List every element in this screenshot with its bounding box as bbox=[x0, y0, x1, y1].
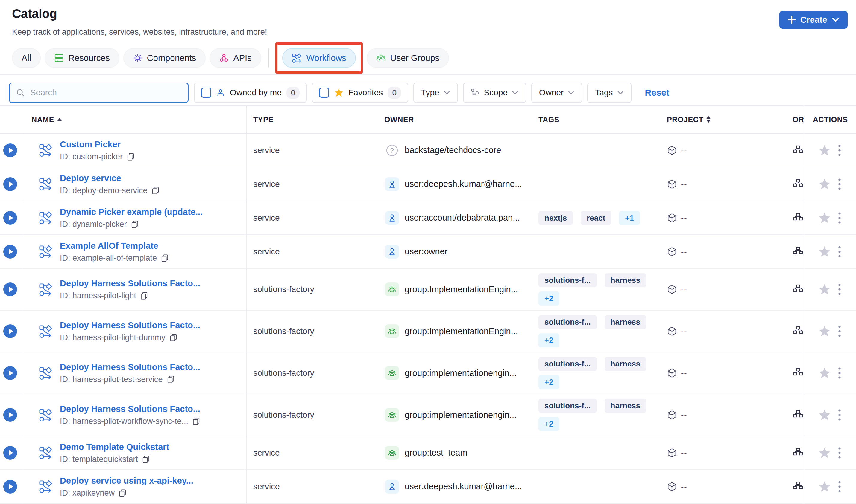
workflow-name-link[interactable]: Deploy service bbox=[60, 173, 159, 183]
tag-pill: solutions-f... bbox=[538, 357, 597, 371]
run-workflow-button[interactable] bbox=[3, 366, 17, 380]
copy-icon[interactable] bbox=[142, 455, 150, 463]
workflow-tags: solutions-f...harness+2 bbox=[538, 399, 655, 431]
workflow-name-link[interactable]: Deploy service using x-api-key... bbox=[60, 475, 193, 485]
owned-by-me-checkbox[interactable] bbox=[201, 88, 211, 98]
workflow-name-link[interactable]: Demo Template Quickstart bbox=[60, 442, 169, 452]
scope-dropdown[interactable]: Scope bbox=[463, 83, 526, 103]
more-tags-pill[interactable]: +2 bbox=[538, 333, 560, 347]
copy-icon[interactable] bbox=[119, 489, 126, 497]
column-header-name[interactable]: NAME bbox=[31, 115, 62, 124]
row-menu-kebab-icon[interactable] bbox=[837, 366, 842, 380]
org-hierarchy-icon[interactable] bbox=[793, 247, 803, 257]
row-menu-kebab-icon[interactable] bbox=[837, 143, 842, 157]
workflow-name-link[interactable]: Deploy Harness Solutions Facto... bbox=[60, 278, 200, 288]
workflow-owner: ? user:deepesh.kumar@harne... bbox=[385, 480, 522, 493]
workflow-name-link[interactable]: Deploy Harness Solutions Facto... bbox=[60, 404, 200, 414]
tab-components[interactable]: Components bbox=[123, 48, 206, 68]
tab-resources[interactable]: Resources bbox=[45, 48, 119, 68]
row-menu-kebab-icon[interactable] bbox=[837, 446, 842, 460]
org-hierarchy-icon[interactable] bbox=[793, 179, 803, 189]
create-button[interactable]: Create bbox=[780, 11, 848, 29]
favorite-star-button[interactable] bbox=[818, 367, 831, 379]
copy-icon[interactable] bbox=[167, 376, 175, 383]
workflow-name-link[interactable]: Example AllOf Template bbox=[60, 241, 169, 251]
row-menu-kebab-icon[interactable] bbox=[837, 177, 842, 191]
row-menu-kebab-icon[interactable] bbox=[837, 211, 842, 225]
copy-icon[interactable] bbox=[192, 417, 200, 426]
run-workflow-button[interactable] bbox=[3, 282, 17, 296]
org-hierarchy-icon[interactable] bbox=[793, 448, 803, 458]
tab-all[interactable]: All bbox=[12, 48, 41, 68]
row-menu-kebab-icon[interactable] bbox=[837, 480, 842, 493]
workflow-owner: ? user:account/debabrata.pan... bbox=[385, 211, 520, 225]
row-menu-kebab-icon[interactable] bbox=[837, 283, 842, 296]
org-hierarchy-icon[interactable] bbox=[793, 410, 803, 420]
org-hierarchy-icon[interactable] bbox=[793, 326, 803, 336]
reset-filters-link[interactable]: Reset bbox=[645, 88, 669, 98]
owner-dropdown[interactable]: Owner bbox=[531, 83, 582, 103]
run-workflow-button[interactable] bbox=[3, 245, 17, 259]
row-menu-kebab-icon[interactable] bbox=[837, 245, 842, 258]
run-workflow-button[interactable] bbox=[3, 408, 17, 422]
favorites-filter[interactable]: Favorites 0 bbox=[312, 83, 408, 103]
tab-apis[interactable]: APIs bbox=[209, 48, 261, 68]
org-hierarchy-icon[interactable] bbox=[793, 284, 803, 294]
run-workflow-button[interactable] bbox=[3, 446, 17, 460]
favorite-star-button[interactable] bbox=[818, 283, 831, 296]
run-workflow-button[interactable] bbox=[3, 211, 17, 225]
type-dropdown[interactable]: Type bbox=[413, 83, 458, 103]
owned-by-me-filter[interactable]: Owned by me 0 bbox=[194, 83, 307, 103]
tab-workflows[interactable]: Workflows bbox=[282, 48, 356, 68]
copy-icon[interactable] bbox=[126, 152, 135, 161]
owner-name: user:owner bbox=[405, 247, 447, 256]
more-tags-pill[interactable]: +2 bbox=[538, 375, 560, 389]
workflow-owner: ? user:owner bbox=[385, 245, 447, 258]
workflow-project: -- bbox=[667, 213, 687, 223]
copy-icon[interactable] bbox=[140, 292, 148, 300]
search-input[interactable] bbox=[9, 83, 189, 103]
copy-icon[interactable] bbox=[161, 254, 169, 262]
package-icon bbox=[667, 213, 677, 223]
more-tags-pill[interactable]: +2 bbox=[538, 417, 560, 431]
column-header-project[interactable]: PROJECT bbox=[667, 115, 711, 124]
workflow-name-link[interactable]: Deploy Harness Solutions Facto... bbox=[60, 321, 200, 330]
favorite-star-button[interactable] bbox=[818, 246, 831, 258]
favorite-star-button[interactable] bbox=[818, 325, 831, 338]
workflow-name-link[interactable]: Deploy Harness Solutions Facto... bbox=[60, 362, 200, 372]
copy-icon[interactable] bbox=[169, 334, 177, 342]
row-menu-kebab-icon[interactable] bbox=[837, 408, 842, 422]
favorite-star-button[interactable] bbox=[818, 212, 831, 224]
favorite-star-button[interactable] bbox=[818, 144, 831, 157]
workflow-project: -- bbox=[667, 448, 687, 458]
tags-dropdown[interactable]: Tags bbox=[587, 83, 631, 103]
org-hierarchy-icon[interactable] bbox=[793, 482, 803, 492]
favorite-star-button[interactable] bbox=[818, 409, 831, 421]
group-owner-icon bbox=[385, 446, 399, 460]
favorite-star-button[interactable] bbox=[818, 480, 831, 493]
workflow-tags: solutions-f...harness+2 bbox=[538, 315, 655, 347]
tab-user-groups[interactable]: User Groups bbox=[367, 48, 449, 68]
workflow-owner: ? group:implementationengin... bbox=[385, 408, 517, 422]
favorite-star-button[interactable] bbox=[818, 447, 831, 459]
workflow-name-link[interactable]: Dynamic Picker example (update... bbox=[60, 207, 203, 217]
favorite-star-button[interactable] bbox=[818, 178, 831, 191]
run-workflow-button[interactable] bbox=[3, 143, 17, 158]
workflow-type: solutions-factory bbox=[253, 326, 314, 336]
run-workflow-button[interactable] bbox=[3, 324, 17, 338]
run-workflow-button[interactable] bbox=[3, 480, 17, 494]
more-tags-pill[interactable]: +2 bbox=[538, 291, 560, 306]
sort-icon bbox=[706, 116, 711, 123]
favorites-checkbox[interactable] bbox=[319, 88, 329, 98]
org-hierarchy-icon[interactable] bbox=[793, 213, 803, 223]
org-hierarchy-icon[interactable] bbox=[793, 368, 803, 378]
row-menu-kebab-icon[interactable] bbox=[837, 324, 842, 338]
run-workflow-button[interactable] bbox=[3, 177, 17, 191]
org-hierarchy-icon[interactable] bbox=[793, 145, 803, 156]
workflow-icon bbox=[39, 211, 53, 225]
workflow-id: ID: harness-pilot-light bbox=[60, 291, 136, 301]
workflow-name-link[interactable]: Custom Picker bbox=[60, 139, 135, 149]
copy-icon[interactable] bbox=[151, 186, 159, 194]
copy-icon[interactable] bbox=[131, 220, 139, 228]
more-tags-pill[interactable]: +1 bbox=[619, 211, 640, 225]
